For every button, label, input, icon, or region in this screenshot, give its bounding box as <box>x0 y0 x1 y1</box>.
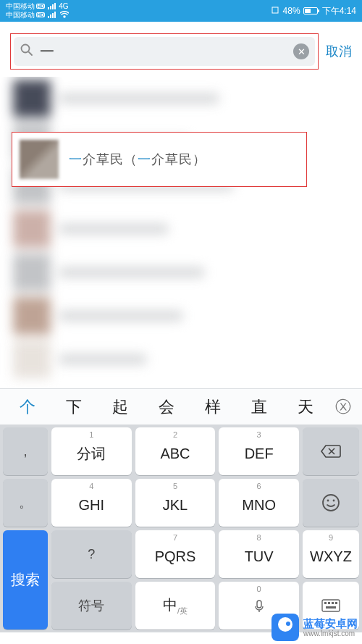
candidate-0[interactable]: 个 <box>4 396 51 418</box>
svg-rect-10 <box>324 602 327 604</box>
signal-bars-1 <box>48 3 56 9</box>
search-row: ✕ 取消 <box>0 22 362 77</box>
candidate-1[interactable]: 下 <box>51 396 97 418</box>
key-4[interactable]: 4GHI <box>51 479 132 527</box>
network-1: 4G <box>59 3 68 10</box>
candidate-6[interactable]: 天 <box>282 396 329 418</box>
cancel-button[interactable]: 取消 <box>326 43 352 60</box>
watermark-title: 蓝莓安卓网 <box>303 617 358 630</box>
svg-rect-0 <box>272 7 278 13</box>
clear-icon[interactable]: ✕ <box>293 43 309 59</box>
watermark-url: www.lmkjst.com <box>303 630 358 638</box>
watermark: 蓝莓安卓网 www.lmkjst.com <box>272 614 358 641</box>
language-toggle-key[interactable]: 中/英 <box>135 582 216 630</box>
battery-icon <box>303 7 318 14</box>
ime-keyboard: , 1分词 2ABC 3DEF 。 4GHI 5JKL 6MNO ? 7PQRS… <box>0 425 362 632</box>
punct-key-question[interactable]: ? <box>51 530 132 578</box>
svg-rect-11 <box>328 602 330 604</box>
results-list: 一介草民（一介草民） <box>0 77 362 388</box>
key-9[interactable]: 9WXYZ <box>303 530 359 578</box>
result-item-highlight[interactable]: 一介草民（一介草民） <box>12 132 307 187</box>
candidate-4[interactable]: 样 <box>190 396 236 418</box>
ime-candidate-bar: 个 下 起 会 样 直 天 ⓧ <box>0 388 362 425</box>
punct-key-period[interactable]: 。 <box>3 479 48 527</box>
search-input[interactable] <box>40 43 287 60</box>
key-6[interactable]: 6MNO <box>219 479 299 527</box>
hd-badge-2: HD <box>36 12 45 17</box>
wifi-icon <box>60 11 69 20</box>
carrier-2: 中国移动 <box>6 12 35 19</box>
key-8[interactable]: 8TUV <box>219 530 299 578</box>
key-3[interactable]: 3DEF <box>219 427 299 475</box>
key-2[interactable]: 2ABC <box>135 427 216 475</box>
svg-rect-9 <box>322 600 340 611</box>
svg-rect-12 <box>332 602 334 604</box>
svg-line-2 <box>29 52 32 55</box>
status-right: 48% 下午4:14 <box>270 5 356 17</box>
candidate-5[interactable]: 直 <box>236 396 282 418</box>
hd-badge-1: HD <box>36 4 45 9</box>
key-1[interactable]: 1分词 <box>51 427 132 475</box>
battery-pct: 48% <box>283 6 300 16</box>
svg-rect-8 <box>257 601 261 608</box>
key-7[interactable]: 7PQRS <box>135 530 216 578</box>
candidate-close-icon[interactable]: ⓧ <box>329 396 358 418</box>
carrier-1: 中国移动 <box>6 3 35 10</box>
punct-key-comma[interactable]: , <box>3 427 48 475</box>
status-left: 中国移动 HD 4G 中国移动 HD <box>6 3 69 20</box>
search-action-key[interactable]: 搜索 <box>3 530 48 630</box>
svg-rect-13 <box>335 602 337 604</box>
candidate-3[interactable]: 会 <box>143 396 190 418</box>
rotation-lock-icon <box>270 5 280 17</box>
watermark-logo-icon <box>272 614 299 641</box>
svg-point-6 <box>327 500 329 502</box>
result-label: 一介草民（一介草民） <box>69 151 206 168</box>
key-5[interactable]: 5JKL <box>135 479 216 527</box>
svg-point-1 <box>22 45 30 53</box>
search-field-container[interactable]: ✕ <box>14 37 315 66</box>
symbol-key[interactable]: 符号 <box>51 582 132 630</box>
svg-rect-14 <box>326 606 336 609</box>
backspace-key[interactable] <box>303 427 359 475</box>
svg-point-5 <box>323 495 339 511</box>
emoji-key[interactable] <box>303 479 359 527</box>
candidate-2[interactable]: 起 <box>97 396 143 418</box>
search-icon <box>20 43 34 60</box>
status-bar: 中国移动 HD 4G 中国移动 HD 48% 下午4:14 <box>0 0 362 22</box>
search-box-highlight: ✕ <box>10 33 319 70</box>
svg-point-7 <box>333 500 335 502</box>
signal-bars-2 <box>48 12 56 18</box>
clock: 下午4:14 <box>322 5 356 17</box>
avatar <box>20 140 59 179</box>
mic-icon <box>254 600 264 616</box>
